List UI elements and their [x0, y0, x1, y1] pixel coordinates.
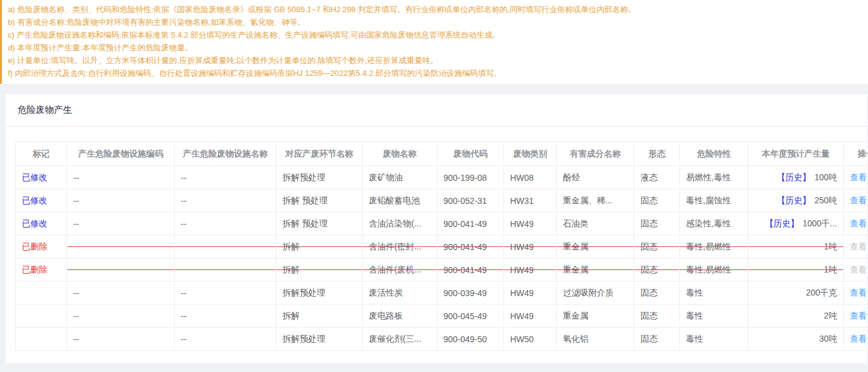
facility-name-cell [175, 259, 277, 282]
action-cell: 查看 [844, 305, 868, 328]
form-cell: 固态 [634, 189, 680, 212]
mark-cell: 已删除 [16, 235, 67, 259]
table-row: 已修改----拆解 预处理废铅酸蓄电池900-052-31HW31重金属、稀..… [16, 189, 868, 212]
stage-cell: 拆解 [277, 305, 363, 328]
waste-name-cell: 含油件(密封... [363, 235, 437, 259]
form-cell: 固态 [634, 259, 680, 282]
table-row: ----拆解废电路板900-045-49HW49重金属固态毒性2吨查看 [16, 305, 868, 328]
category-cell: HW08 [504, 166, 557, 189]
facility-code-cell [67, 235, 175, 259]
amount-cell: 1吨 [749, 235, 844, 259]
category-cell: HW49 [504, 235, 557, 259]
stage-cell: 拆解 [277, 259, 363, 282]
notes-panel: a) 危险废物名称、类别、代码和危险特性:依据《国家危险废物名录》或根据 GB … [0, 0, 868, 84]
column-header-8: 有害成分名称 [557, 142, 634, 166]
view-link[interactable]: 查看 [850, 288, 867, 297]
card-header: 危险废物产生 [5, 94, 867, 127]
amount-cell: 【历史】250吨 [749, 189, 844, 212]
action-cell: 查看 [844, 259, 868, 282]
hazard-cell: 毒性,易燃性 [680, 235, 749, 259]
view-link[interactable]: 查看 [850, 218, 867, 228]
harmful-cell: 过滤吸附介质 [557, 282, 634, 305]
hazard-cell: 感染性,毒性 [680, 212, 749, 235]
waste-code-cell: 900-041-49 [437, 212, 504, 235]
waste-name-cell: 废电路板 [363, 305, 437, 328]
stage-cell: 拆解预处理 [277, 166, 363, 189]
column-header-9: 形态 [634, 142, 680, 166]
form-cell: 固态 [634, 282, 680, 305]
card-body: 标记产生危险废物设施编码产生危险废物设施名称对应产废环节名称废物名称废物代码废物… [5, 127, 867, 363]
form-cell: 液态 [634, 166, 680, 189]
category-cell: HW31 [504, 189, 557, 212]
form-cell: 固态 [634, 212, 680, 235]
mark-cell: 已删除 [16, 259, 67, 282]
facility-code-cell: -- [67, 282, 175, 305]
column-header-3: 产生危险废物设施名称 [175, 142, 277, 166]
note-line-a: a) 危险废物名称、类别、代码和危险特性:依据《国家危险废物名录》或根据 GB … [8, 3, 860, 16]
card-title: 危险废物产生 [18, 104, 72, 115]
hazard-cell: 易燃性,毒性 [680, 166, 749, 189]
form-cell: 固态 [634, 328, 680, 351]
hazard-cell: 毒性 [680, 328, 749, 351]
history-tag: 【历史】 [777, 172, 811, 182]
hazard-cell: 毒性,易燃性 [680, 259, 749, 282]
column-header-1: 标记 [16, 142, 67, 166]
history-tag: 【历史】 [765, 218, 799, 228]
action-cell: 查看 [844, 189, 868, 212]
amount-cell: 1吨 [749, 259, 844, 282]
harmful-cell: 重金属 [557, 259, 634, 282]
table-row: ----拆解预处理废活性炭900-039-49HW49过滤吸附介质固态毒性200… [16, 282, 868, 305]
category-cell: HW49 [504, 212, 557, 235]
table-row-deleted: 已删除拆解含油件(密封...900-041-49HW49重金属固态毒性,易燃性1… [16, 235, 868, 259]
waste-name-cell: 废活性炭 [363, 282, 437, 305]
view-link: 查看 [850, 265, 867, 274]
mark-cell: 已修改 [16, 212, 67, 235]
view-link: 查看 [850, 242, 867, 251]
amount-cell: 2吨 [749, 305, 844, 328]
action-cell: 查看 [844, 235, 868, 259]
note-line-c: c) 产生危险废物设施名称和编码:依据本标准第 5.4.2 部分填写的生产设施名… [8, 29, 860, 41]
column-header-6: 废物代码 [437, 142, 504, 166]
waste-code-cell: 900-041-49 [437, 259, 504, 282]
view-link[interactable]: 查看 [850, 172, 867, 182]
category-cell: HW49 [504, 305, 557, 328]
waste-code-cell: 900-049-50 [437, 328, 504, 351]
form-cell: 固态 [634, 305, 680, 328]
facility-name-cell: -- [175, 282, 277, 305]
facility-name-cell: -- [175, 305, 277, 328]
amount-cell: 【历史】1000千... [749, 212, 844, 235]
harmful-cell: 氧化铝 [557, 328, 634, 351]
facility-name-cell: -- [175, 212, 277, 235]
view-link[interactable]: 查看 [850, 195, 867, 205]
column-header-11: 本年度预计产生量 [749, 142, 844, 166]
waste-code-cell: 900-041-49 [437, 235, 504, 259]
category-cell: HW49 [504, 259, 557, 282]
action-cell: 查看 [844, 282, 868, 305]
hazardous-waste-card: 危险废物产生 标记产生危险废物设施编码产生危险废物设施名称对应产废环节名称废物名… [5, 93, 868, 364]
column-header-7: 废物类别 [504, 142, 557, 166]
action-cell: 查看 [844, 212, 868, 235]
harmful-cell: 重金属 [557, 305, 634, 328]
column-header-4: 对应产废环节名称 [277, 142, 363, 166]
waste-name-cell: 废矿物油 [363, 166, 437, 189]
amount-cell: 【历史】100吨 [749, 166, 844, 189]
category-cell: HW49 [504, 282, 557, 305]
table-row-deleted: 已删除拆解含油件(废机...900-041-49HW49重金属固态毒性,易燃性1… [16, 259, 868, 282]
mark-cell [16, 328, 67, 351]
table-row: 已修改----拆解预处理废矿物油900-199-08HW08酚烃液态易燃性,毒性… [16, 166, 868, 189]
mark-cell: 已修改 [16, 166, 67, 189]
facility-code-cell: -- [67, 166, 175, 189]
waste-name-cell: 废催化剂(三... [363, 328, 437, 351]
facility-name-cell: -- [175, 328, 277, 351]
table-body: 已修改----拆解预处理废矿物油900-199-08HW08酚烃液态易燃性,毒性… [16, 166, 868, 351]
view-link[interactable]: 查看 [850, 334, 867, 343]
form-cell: 固态 [634, 235, 680, 259]
category-cell: HW50 [504, 328, 557, 351]
stage-cell: 拆解预处理 [277, 328, 363, 351]
waste-code-cell: 900-199-08 [437, 166, 504, 189]
column-header-5: 废物名称 [363, 142, 437, 166]
waste-code-cell: 900-039-49 [437, 282, 504, 305]
harmful-cell: 酚烃 [557, 166, 634, 189]
waste-code-cell: 900-045-49 [437, 305, 504, 328]
view-link[interactable]: 查看 [850, 311, 867, 320]
